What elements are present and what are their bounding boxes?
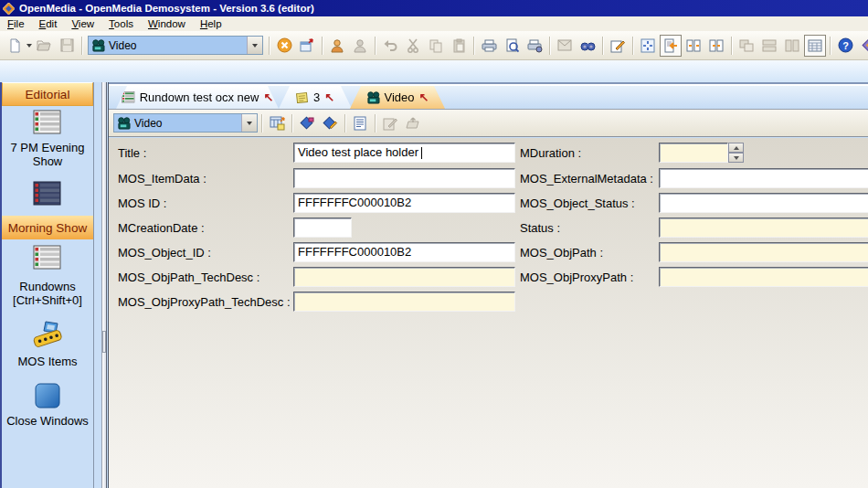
copy-button[interactable] — [425, 35, 447, 57]
document-text-button[interactable] — [349, 112, 371, 134]
help-button[interactable]: ? — [834, 35, 856, 57]
mos-id-input[interactable]: FFFFFFFC000010B2 — [293, 193, 515, 213]
menu-edit[interactable]: Edit — [32, 17, 65, 30]
join-docs-button[interactable] — [683, 35, 704, 57]
close-document-icon — [277, 37, 292, 53]
tile-vertical-button[interactable] — [781, 35, 803, 57]
assign-metadata-button[interactable] — [296, 112, 318, 134]
menu-window[interactable]: Window — [141, 17, 193, 30]
print-preview-button[interactable] — [501, 35, 523, 57]
video-camera-icon — [366, 91, 380, 104]
new-window-icon — [300, 38, 314, 53]
save-button[interactable] — [56, 35, 78, 57]
grid-view-button[interactable] — [804, 35, 826, 57]
edit-metadata-icon — [323, 116, 338, 131]
field-label-mos-objpath: MOS_ObjPath : — [520, 246, 603, 260]
arrow-up-icon — [734, 146, 739, 150]
cascade-button[interactable] — [736, 35, 757, 57]
mduration-input[interactable] — [659, 143, 728, 163]
document-type-select[interactable]: Video — [88, 36, 263, 55]
mos-objpath-techdesc-input[interactable] — [293, 267, 515, 287]
import-item-button[interactable] — [402, 112, 424, 134]
user-icon — [353, 38, 367, 53]
cut-button[interactable] — [402, 35, 424, 57]
find-button[interactable] — [577, 35, 598, 57]
field-label-mos-object-id: MOS_Object_ID : — [118, 246, 211, 260]
splitter-handle[interactable] — [102, 331, 106, 353]
undo-button[interactable] — [379, 35, 401, 57]
print-preview-icon — [505, 38, 519, 53]
sidebar-item-rundowns[interactable]: Rundowns [Ctrl+Shift+0] — [2, 280, 93, 307]
fit-window-button[interactable] — [637, 35, 659, 57]
dropdown-arrow-icon — [247, 122, 252, 125]
separator — [830, 37, 831, 55]
new-window-button[interactable] — [296, 35, 318, 57]
film-reel-icon — [31, 318, 64, 349]
field-label-mos-externalmetadata: MOS_ExternalMetadata : — [520, 172, 653, 186]
tab-video[interactable]: Video ↖ — [350, 86, 445, 109]
spinner-down-button[interactable] — [728, 153, 744, 163]
mos-objproxypath-techdesc-input[interactable] — [293, 292, 515, 312]
print-setup-button[interactable] — [524, 35, 545, 57]
paste-button[interactable] — [448, 35, 470, 57]
open-button[interactable] — [33, 35, 55, 57]
field-label-status: Status : — [520, 221, 560, 235]
editor-toolbar: Video — [109, 109, 868, 137]
mos-itemdata-input[interactable] — [293, 168, 515, 188]
new-document-button[interactable] — [4, 35, 26, 57]
title-value: Video test place holder — [298, 145, 418, 159]
sidebar-item-close-windows[interactable]: Close Windows — [2, 414, 93, 428]
edit-button[interactable] — [607, 35, 629, 57]
status-input[interactable] — [659, 217, 868, 238]
sidebar-splitter[interactable] — [94, 82, 108, 488]
splitter-bar[interactable] — [101, 82, 107, 488]
tab-label: Video — [385, 90, 415, 104]
edit-item-button[interactable] — [379, 112, 401, 134]
print-button[interactable] — [478, 35, 500, 57]
tile-horizontal-button[interactable] — [758, 35, 780, 57]
sidebar-item-mos-items[interactable]: MOS Items — [2, 355, 93, 368]
mos-objpath-input[interactable] — [659, 242, 868, 262]
sidebar-header[interactable]: Editorial — [2, 82, 93, 106]
separator — [473, 37, 474, 55]
copy-icon — [429, 38, 443, 53]
field-label-mos-object-status: MOS_Object_Status : — [520, 196, 635, 210]
red-tab-arrow-icon[interactable]: ↖ — [419, 91, 429, 103]
menu-file[interactable]: File — [0, 17, 32, 30]
editor-type-dropdown[interactable] — [241, 114, 257, 132]
mail-button[interactable] — [554, 35, 576, 57]
title-input[interactable]: Video test place holder — [293, 143, 515, 163]
sidebar-item-morning-show[interactable]: Morning Show — [2, 216, 93, 239]
import-disabled-icon — [406, 117, 420, 130]
red-tab-arrow-icon[interactable]: ↖ — [263, 91, 273, 103]
field-label-mos-objpath-techdesc: MOS_ObjPath_TechDesc : — [118, 271, 259, 284]
menu-view[interactable]: View — [64, 17, 101, 30]
mos-object-status-input[interactable] — [659, 193, 868, 213]
split-docs-button[interactable] — [705, 35, 727, 57]
close-document-button[interactable] — [273, 35, 295, 57]
dropdown-arrow-icon — [252, 44, 258, 48]
template-button[interactable] — [266, 112, 288, 134]
about-button[interactable] — [857, 35, 868, 57]
mos-object-id-input[interactable]: FFFFFFFC000010B2 — [293, 242, 515, 262]
mos-objproxypath-input[interactable] — [659, 267, 868, 287]
tab-3[interactable]: 3 ↖ — [279, 86, 352, 109]
mduration-spinner[interactable] — [728, 143, 744, 163]
document-type-dropdown[interactable] — [247, 37, 262, 54]
sidebar-item-7pm-evening-show[interactable]: 7 PM Evening Show — [2, 141, 93, 168]
user-login-button[interactable] — [326, 35, 348, 57]
spinner-up-button[interactable] — [728, 143, 744, 153]
red-tab-arrow-icon[interactable]: ↖ — [324, 91, 334, 103]
new-document-dropdown[interactable] — [26, 35, 32, 57]
tab-rundown-test-ocx-new[interactable]: Rundown test ocx new ↖ — [116, 86, 279, 109]
editor-type-select[interactable]: Video — [113, 113, 258, 133]
separator — [731, 37, 732, 55]
menu-tools[interactable]: Tools — [101, 17, 141, 30]
doc-arrow-button[interactable] — [660, 35, 682, 57]
edit-metadata-button[interactable] — [319, 112, 341, 134]
mcreationdate-input[interactable] — [293, 217, 352, 238]
mos-externalmetadata-input[interactable] — [659, 168, 868, 188]
separator — [375, 114, 376, 133]
menu-help[interactable]: Help — [193, 17, 229, 30]
user-logout-button[interactable] — [349, 35, 371, 57]
